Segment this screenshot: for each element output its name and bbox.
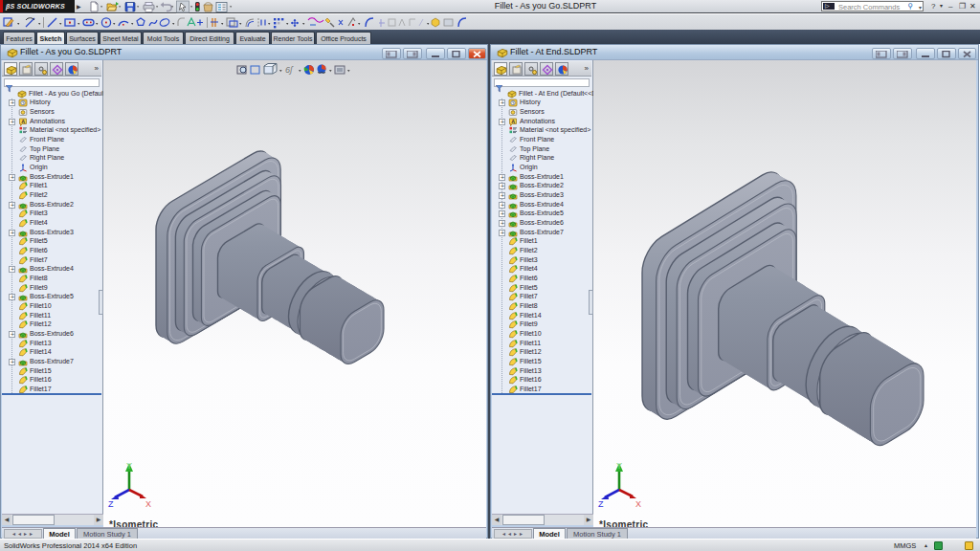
svg-text:6ʃ: 6ʃ [285,65,294,75]
svg-text:Z: Z [108,499,114,507]
svg-text:X: X [145,499,151,507]
svg-text:X: X [635,499,641,507]
svg-text:Y: Y [126,461,132,471]
svg-text:Y: Y [616,461,622,471]
svg-text:Z: Z [598,499,604,507]
